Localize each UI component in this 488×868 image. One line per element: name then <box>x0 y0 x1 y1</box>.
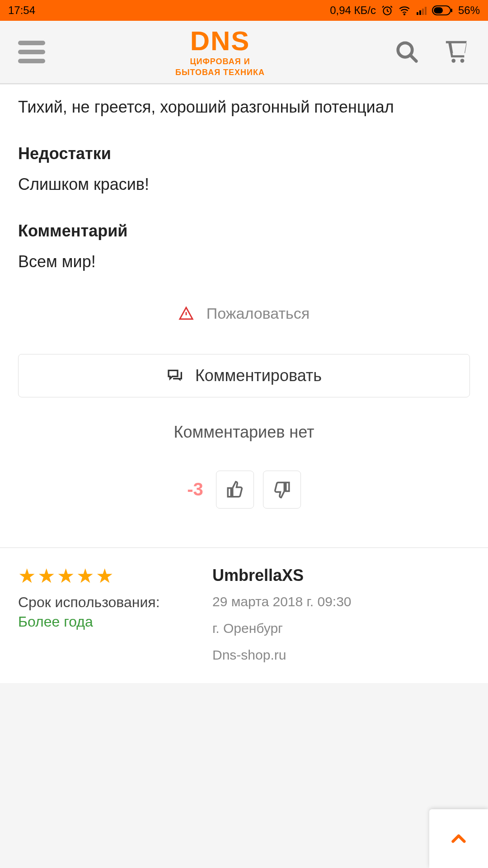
comment-text: Всем мир! <box>18 250 470 273</box>
logo-subtitle-2: БЫТОВАЯ ТЕХНИКА <box>175 68 265 76</box>
vote-score: -3 <box>187 479 203 500</box>
svg-rect-7 <box>434 7 443 14</box>
usage-label: Срок использования: <box>18 594 190 611</box>
review-source: Dns-shop.ru <box>212 645 470 665</box>
star-icon: ★ <box>96 566 113 586</box>
thumbs-up-icon <box>225 480 244 499</box>
app-header: DNS ЦИФРОВАЯ И БЫТОВАЯ ТЕХНИКА <box>0 21 488 84</box>
battery-icon <box>432 5 453 15</box>
star-icon: ★ <box>38 566 55 586</box>
svg-rect-8 <box>451 9 452 12</box>
content: Тихий, не греется, хороший разгонный пот… <box>0 84 488 683</box>
svg-point-1 <box>404 14 405 15</box>
battery-percent: 56% <box>458 4 480 17</box>
search-icon[interactable] <box>395 40 419 64</box>
status-bar: 17:54 0,94 КБ/с 56% <box>0 0 488 21</box>
status-right: 0,94 КБ/с 56% <box>330 4 480 17</box>
cons-heading: Недостатки <box>18 144 470 163</box>
star-icon: ★ <box>18 566 36 586</box>
review-left-col: ★ ★ ★ ★ ★ Срок использования: Более года <box>18 566 190 665</box>
warning-icon <box>178 306 194 321</box>
cons-text: Слишком красив! <box>18 173 470 196</box>
review-right-col: UmbrellaXS 29 марта 2018 г. 09:30 г. Оре… <box>212 566 470 665</box>
reviewer-name: UmbrellaXS <box>212 566 470 585</box>
alarm-icon <box>381 5 393 16</box>
logo[interactable]: DNS ЦИФРОВАЯ И БЫТОВАЯ ТЕХНИКА <box>175 28 265 76</box>
comment-heading: Комментарий <box>18 222 470 241</box>
review-date: 29 марта 2018 г. 09:30 <box>212 591 470 612</box>
thumbs-down-icon <box>272 480 291 499</box>
thumbs-down-button[interactable] <box>263 471 301 509</box>
comment-button[interactable]: Комментировать <box>18 354 470 397</box>
logo-text: DNS <box>175 28 265 55</box>
scroll-to-top-button[interactable] <box>429 809 488 868</box>
chat-icon <box>166 367 184 385</box>
star-icon: ★ <box>76 566 94 586</box>
svg-rect-3 <box>419 10 421 15</box>
menu-button[interactable] <box>18 41 45 63</box>
usage-value: Более года <box>18 613 190 630</box>
vote-row: -3 <box>18 471 470 509</box>
star-icon: ★ <box>57 566 75 586</box>
review-block: Тихий, не греется, хороший разгонный пот… <box>0 85 488 531</box>
star-rating: ★ ★ ★ ★ ★ <box>18 566 190 586</box>
chevron-up-icon <box>447 827 470 850</box>
header-actions <box>395 39 470 65</box>
comment-button-label: Комментировать <box>195 366 322 385</box>
review-city: г. Оренбург <box>212 618 470 638</box>
status-time: 17:54 <box>8 4 35 17</box>
report-link[interactable]: Пожаловаться <box>18 305 470 322</box>
status-speed: 0,94 КБ/с <box>330 4 376 17</box>
wifi-icon <box>399 5 410 16</box>
svg-rect-5 <box>425 7 427 15</box>
next-review: ★ ★ ★ ★ ★ Срок использования: Более года… <box>0 548 488 683</box>
svg-rect-4 <box>422 9 424 15</box>
no-comments-text: Комментариев нет <box>18 423 470 442</box>
svg-rect-2 <box>417 12 418 15</box>
thumbs-up-button[interactable] <box>216 471 254 509</box>
advantages-text: Тихий, не греется, хороший разгонный пот… <box>18 95 470 119</box>
report-label: Пожаловаться <box>206 305 310 322</box>
svg-point-11 <box>460 59 465 63</box>
svg-point-10 <box>451 59 455 63</box>
signal-icon <box>416 5 427 16</box>
logo-subtitle-1: ЦИФРОВАЯ И <box>175 57 265 66</box>
cart-icon[interactable] <box>444 39 470 65</box>
